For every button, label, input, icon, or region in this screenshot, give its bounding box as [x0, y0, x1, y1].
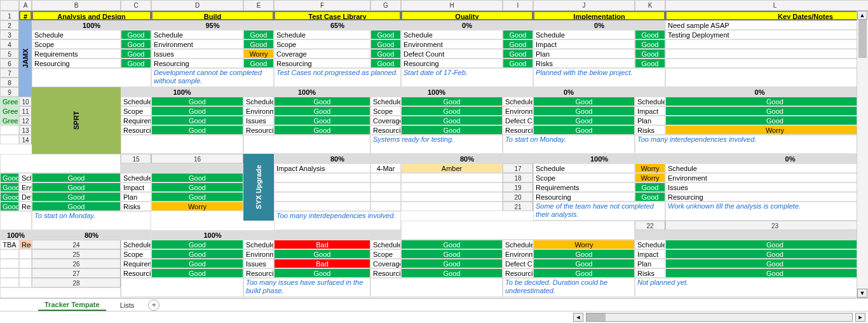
status-good[interactable]: Good: [274, 116, 370, 125]
pct[interactable]: [635, 230, 868, 240]
scroll-down-icon[interactable]: ▼: [857, 289, 867, 298]
status-good[interactable]: Good: [401, 259, 503, 268]
row-header[interactable]: 7: [0, 68, 19, 78]
key-date[interactable]: [370, 192, 401, 202]
status-good[interactable]: Good: [274, 249, 370, 259]
note[interactable]: [121, 278, 243, 297]
status-good[interactable]: Good: [151, 259, 243, 268]
status-good[interactable]: Good: [503, 49, 533, 58]
status-good[interactable]: Good: [151, 182, 243, 192]
tab-tracker[interactable]: Tracker Tempate: [38, 299, 106, 311]
col-header[interactable]: K: [635, 0, 665, 11]
metric-label[interactable]: Scope: [274, 39, 370, 49]
pct[interactable]: 0%: [665, 154, 868, 163]
metric-label[interactable]: Impact: [635, 249, 665, 259]
row-header[interactable]: 17: [503, 163, 533, 173]
status-good[interactable]: Good: [243, 58, 274, 68]
scroll-right-icon[interactable]: ►: [855, 313, 865, 322]
status-good[interactable]: Good: [151, 173, 243, 182]
metric-label[interactable]: Resourcing: [370, 125, 401, 135]
status-good[interactable]: Good: [665, 268, 868, 278]
metric-label[interactable]: Resourcing: [243, 268, 274, 278]
status-good[interactable]: Good: [121, 30, 151, 39]
key-status[interactable]: Green: [0, 97, 19, 106]
row-header[interactable]: 6: [0, 58, 19, 68]
metric-label[interactable]: Defect Count: [503, 116, 533, 125]
status-good[interactable]: Good: [401, 249, 503, 259]
key-status[interactable]: [401, 192, 503, 202]
row-header[interactable]: 1: [0, 11, 19, 20]
col-header[interactable]: F: [274, 0, 370, 11]
note[interactable]: Not planned yet.: [635, 278, 868, 297]
metric-label[interactable]: Impact: [635, 106, 665, 116]
metric-label[interactable]: Environment: [503, 249, 533, 259]
col-header[interactable]: J: [533, 0, 635, 11]
pct[interactable]: 80%: [274, 154, 401, 163]
key-note[interactable]: Need sample ASAP: [665, 20, 868, 30]
metric-label[interactable]: Resourcing: [151, 58, 243, 68]
key-status[interactable]: [0, 125, 19, 135]
metric-label[interactable]: Environment: [401, 39, 503, 49]
row-header[interactable]: 9: [0, 87, 19, 97]
status-worry[interactable]: Worry: [635, 173, 665, 182]
header-build[interactable]: Build: [151, 11, 274, 20]
status-good[interactable]: Good: [401, 240, 503, 249]
status-good[interactable]: Good: [121, 58, 151, 68]
cell[interactable]: [665, 68, 868, 87]
status-good[interactable]: Good: [635, 192, 665, 202]
key-date[interactable]: TBA: [0, 240, 19, 249]
metric-label[interactable]: Resourcing: [32, 58, 121, 68]
metric-label[interactable]: Risks: [121, 202, 151, 211]
status-good[interactable]: Good: [533, 268, 635, 278]
cell[interactable]: [370, 202, 401, 211]
add-sheet-icon[interactable]: +: [148, 299, 159, 311]
status-good[interactable]: Good: [635, 30, 665, 39]
metric-label[interactable]: Risks: [533, 58, 635, 68]
metric-label[interactable]: Resourcing: [533, 192, 635, 202]
key-date[interactable]: [370, 182, 401, 192]
metric-label[interactable]: Environment: [243, 249, 274, 259]
note[interactable]: Too many interdependencies involved.: [635, 135, 868, 154]
hscroll-thumb[interactable]: [587, 313, 606, 321]
note[interactable]: To be decided. Duration could be underes…: [503, 278, 635, 297]
col-header[interactable]: H: [401, 0, 503, 11]
metric-label[interactable]: Risks: [635, 125, 665, 135]
status-good[interactable]: Good: [32, 173, 121, 182]
metric-label[interactable]: Risks: [635, 268, 665, 278]
status-good[interactable]: Good: [370, 30, 401, 39]
status-good[interactable]: Good: [151, 268, 243, 278]
col-header[interactable]: [0, 0, 19, 11]
note[interactable]: Start date of 17-Feb.: [401, 68, 533, 87]
metric-label[interactable]: Schedule: [121, 97, 151, 106]
header-impl[interactable]: Implementation: [533, 11, 665, 20]
row-header[interactable]: 21: [503, 202, 533, 211]
metric-label[interactable]: Scope: [121, 249, 151, 259]
note[interactable]: To start on Monday.: [32, 211, 151, 230]
key-status[interactable]: Green: [0, 116, 19, 125]
metric-label[interactable]: Environment: [503, 106, 533, 116]
vscroll-track[interactable]: [857, 20, 868, 289]
metric-label[interactable]: Schedule: [370, 97, 401, 106]
metric-label[interactable]: Schedule: [121, 173, 151, 182]
pct[interactable]: 100%: [243, 87, 370, 97]
header-quality[interactable]: Quality: [401, 11, 533, 20]
key-date[interactable]: [0, 249, 19, 259]
hscroll-track[interactable]: [586, 313, 853, 322]
row-header[interactable]: 19: [503, 182, 533, 192]
note[interactable]: Planned with the below project.: [533, 68, 665, 87]
row-header[interactable]: 5: [0, 49, 19, 58]
status-good[interactable]: Good: [274, 97, 370, 106]
key-status[interactable]: Amber: [401, 163, 503, 173]
key-note[interactable]: [274, 182, 370, 192]
status-good[interactable]: Good: [151, 240, 243, 249]
metric-label[interactable]: Scope: [370, 249, 401, 259]
row-header[interactable]: 10: [19, 97, 32, 106]
pct[interactable]: 100%: [370, 87, 503, 97]
pct[interactable]: 100%: [121, 87, 243, 97]
metric-label[interactable]: Impact: [533, 39, 635, 49]
status-good[interactable]: Good: [151, 97, 243, 106]
row-header[interactable]: 25: [32, 249, 121, 259]
status-good[interactable]: Good: [274, 268, 370, 278]
col-header[interactable]: B: [32, 0, 121, 11]
status-good[interactable]: Good: [274, 125, 370, 135]
